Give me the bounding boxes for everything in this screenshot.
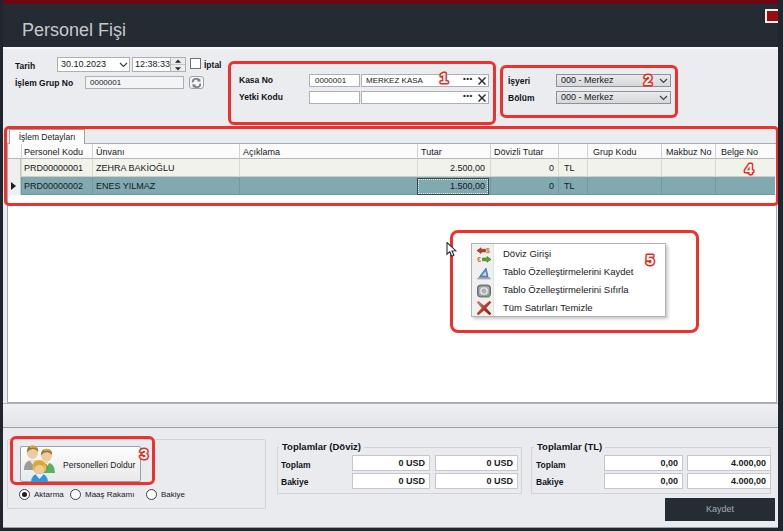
svg-text:4: 4 <box>745 160 753 176</box>
svg-text:1: 1 <box>439 69 447 85</box>
svg-text:5: 5 <box>645 252 653 268</box>
svg-text:2: 2 <box>643 72 651 88</box>
